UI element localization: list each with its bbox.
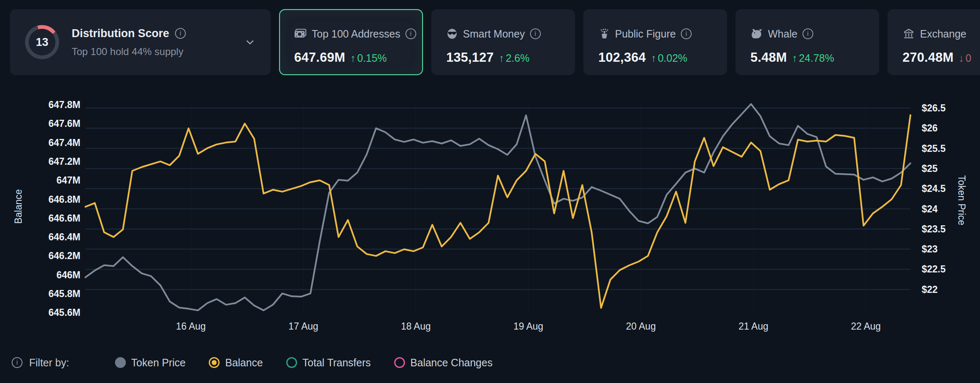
x-axis-tick: 22 Aug — [851, 321, 881, 332]
filter-option-balance-changes[interactable]: Balance Changes — [394, 357, 492, 369]
smart-money-icon — [446, 28, 458, 40]
distribution-score-title: Distribution Score — [72, 27, 169, 40]
x-axis-tick: 21 Aug — [738, 321, 768, 332]
total-transfers-marker-icon — [286, 357, 297, 368]
filter-option-label: Balance Changes — [410, 357, 492, 369]
right-axis-tick: $22.5 — [922, 264, 946, 275]
left-axis-tick: 647.6M — [48, 118, 80, 129]
filter-option-balance[interactable]: Balance — [209, 357, 262, 369]
left-axis-tick: 646.4M — [48, 232, 80, 242]
card-label: Smart Money — [463, 28, 525, 40]
left-axis-tick: 646.6M — [48, 213, 80, 224]
left-axis-tick: 647.4M — [48, 137, 80, 148]
left-axis-tick: 646.2M — [48, 250, 80, 261]
token-analytics-dashboard: 13 Distribution Score i Top 100 hold 44%… — [0, 0, 980, 383]
balance-marker-icon — [209, 357, 220, 368]
card-label: Whale — [768, 28, 798, 40]
x-axis-tick: 18 Aug — [401, 321, 431, 332]
right-axis-tick: $26.5 — [922, 103, 946, 113]
info-icon[interactable]: i — [530, 28, 541, 39]
x-axis-tick: 19 Aug — [513, 321, 543, 332]
left-axis-tick: 647.2M — [48, 156, 80, 167]
right-axis-tick: $26 — [922, 123, 938, 134]
filter-option-total-transfers[interactable]: Total Transfers — [286, 357, 371, 369]
whale-icon — [750, 28, 763, 40]
balance-changes-marker-icon — [394, 357, 405, 368]
left-axis-tick: 646.8M — [48, 194, 80, 205]
filter-option-label: Balance — [225, 357, 262, 369]
info-icon[interactable]: i — [681, 28, 692, 39]
series-token-price — [85, 104, 910, 310]
distribution-card-texts: Distribution Score i Top 100 hold 44% su… — [72, 27, 244, 58]
token-price-marker-icon — [115, 357, 126, 368]
info-icon[interactable]: i — [802, 28, 813, 39]
gauge-inner: 13 — [29, 29, 55, 55]
filter-bar: i Filter by: Token Price Balance Total T… — [12, 353, 492, 372]
info-icon[interactable]: i — [12, 357, 22, 368]
distribution-score-value: 13 — [36, 36, 48, 49]
info-icon[interactable]: i — [405, 28, 416, 39]
x-axis-tick: 16 Aug — [176, 321, 206, 332]
info-icon[interactable]: i — [175, 28, 186, 39]
left-axis-tick: 645.6M — [48, 307, 80, 318]
right-axis-tick: $23.5 — [922, 224, 946, 234]
filter-bar-label: Filter by: — [29, 357, 69, 369]
right-axis-tick: $24.5 — [922, 183, 946, 194]
left-axis-tick: 647M — [56, 175, 80, 186]
chart-canvas[interactable]: $26.5$26$25.5$25$24.5$24$23.5$23$22.5$22… — [0, 54, 980, 346]
card-label: Top 100 Addresses — [312, 28, 400, 40]
filter-option-label: Token Price — [131, 357, 186, 369]
banknote-icon — [294, 28, 307, 39]
left-axis-title: Balance — [13, 189, 24, 224]
bank-icon — [902, 28, 915, 40]
public-figure-icon — [598, 28, 610, 40]
right-axis-tick: $25 — [922, 163, 938, 174]
card-label: Exchange — [920, 28, 966, 40]
chevron-down-icon[interactable] — [244, 36, 256, 48]
right-axis-tick: $22 — [922, 284, 938, 295]
right-axis-tick: $23 — [922, 244, 938, 254]
card-label: Public Figure — [615, 28, 676, 40]
balance-price-chart[interactable]: $26.5$26$25.5$25$24.5$24$23.5$23$22.5$22… — [0, 54, 980, 346]
right-axis-tick: $24 — [922, 204, 938, 214]
left-axis-tick: 647.8M — [48, 99, 80, 110]
filter-option-label: Total Transfers — [302, 357, 371, 369]
left-axis-tick: 645.8M — [48, 288, 80, 299]
filter-option-token-price[interactable]: Token Price — [115, 357, 186, 369]
right-axis-tick: $25.5 — [922, 143, 946, 154]
left-axis-tick: 646M — [56, 270, 80, 280]
right-axis-title: Token Price — [956, 175, 967, 225]
x-axis-tick: 20 Aug — [626, 321, 656, 332]
x-axis-tick: 17 Aug — [288, 321, 318, 332]
